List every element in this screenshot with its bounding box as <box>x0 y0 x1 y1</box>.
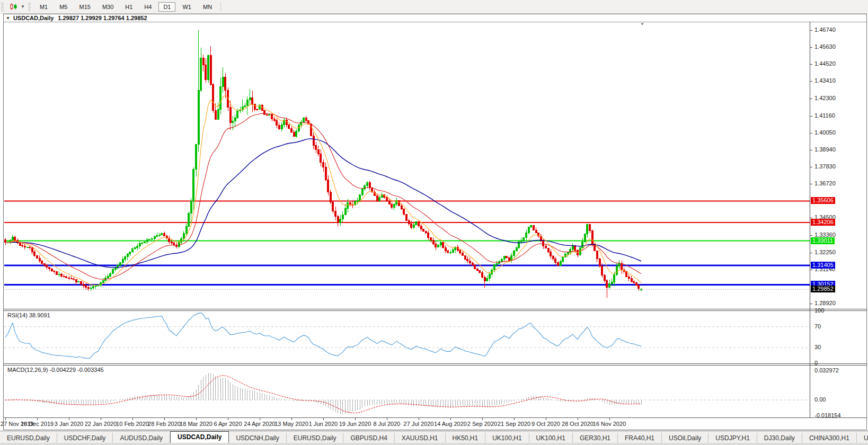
date-axis-tick <box>37 418 38 420</box>
timeframe-button-d1[interactable]: D1 <box>158 2 175 12</box>
price-axis-tick <box>810 270 812 270</box>
date-axis-tick <box>101 418 101 420</box>
chart-tab-ger30-h1[interactable]: GER30,H1 <box>573 433 618 443</box>
timeframe-button-m15[interactable]: M15 <box>74 2 95 12</box>
rsi-label: RSI(14) 38.9091 <box>7 312 50 318</box>
toolbar-grip-2[interactable] <box>28 3 31 11</box>
price-axis-tick <box>810 167 812 167</box>
macd-axis-label: 0.032972 <box>814 367 839 373</box>
price-axis-label: 1.41160 <box>814 112 835 119</box>
date-axis-tick <box>419 418 419 420</box>
chart-candles-icon[interactable] <box>7 1 21 12</box>
price-axis-label: 1.46740 <box>814 26 836 33</box>
chart-tab-uk100-h1[interactable]: UK100,H1 <box>529 433 573 443</box>
timeframe-toolbar: ▼ M1M5M15M30H1H4D1W1MN <box>0 0 868 14</box>
price-level-badge[interactable]: 1.31405 <box>811 262 835 269</box>
price-level-badge[interactable]: 1.34206 <box>811 219 835 226</box>
chart-tabs: EURUSD,DailyUSDCHF,DailyAUDUSD,DailyUSDC… <box>0 431 868 443</box>
rsi-axis-label: 70 <box>814 323 821 330</box>
macd-histogram <box>5 373 641 414</box>
price-axis-tick <box>810 47 812 48</box>
macd-indicator-chart[interactable] <box>4 366 810 417</box>
chart-tab-eurusd-daily[interactable]: EURUSD,Daily <box>287 433 344 443</box>
price-level-badge[interactable]: 1.35606 <box>811 197 835 204</box>
price-axis-tick <box>810 116 812 117</box>
price-level-badge[interactable]: 1.33011 <box>811 237 835 244</box>
chart-shift-marker-icon[interactable]: ▼ <box>640 22 644 26</box>
date-axis-tick <box>69 418 69 420</box>
chart-tab-usdchf-daily[interactable]: USDCHF,Daily <box>57 433 113 443</box>
current-price-badge: 1.29852 <box>811 286 835 292</box>
collapse-indicator-icon[interactable]: ▼ <box>6 16 10 21</box>
main-price-chart[interactable] <box>4 22 810 309</box>
rsi-axis-label: 100 <box>814 307 824 314</box>
price-axis-tick <box>810 304 812 304</box>
chart-tab-usoil-h1[interactable]: USOil,H1 <box>857 433 868 443</box>
price-axis-label: 1.28920 <box>814 300 836 306</box>
macd-axis-label: -0.018154 <box>814 412 841 419</box>
date-axis-tick <box>355 418 356 420</box>
date-axis-tick <box>5 418 6 420</box>
macd-panel-bottom-border <box>4 417 867 418</box>
date-axis-tick <box>578 418 578 420</box>
chart-tab-usoil-daily[interactable]: USOil,Daily <box>662 433 708 443</box>
date-axis-tick <box>387 418 387 420</box>
rsi-panel-bottom-border <box>4 363 867 364</box>
chart-tab-fra40-h1[interactable]: FRA40,H1 <box>618 433 662 443</box>
ma-fast-line <box>5 95 641 286</box>
chart-tab-bar: EURUSD,DailyUSDCHF,DailyAUDUSD,DailyUSDC… <box>0 431 868 443</box>
mt4-application: ▼ M1M5M15M30H1H4D1W1MN ▼ USDCAD,Daily 1.… <box>0 0 868 445</box>
timeframe-button-h1[interactable]: H1 <box>120 2 137 12</box>
timeframe-button-m1[interactable]: M1 <box>35 2 52 12</box>
ma-mid-line <box>5 113 641 279</box>
price-axis-tick <box>810 99 812 99</box>
chart-tab-uk100-h1[interactable]: UK100,H1 <box>485 433 529 443</box>
chart-tab-usdcad-daily[interactable]: USDCAD,Daily <box>170 431 229 443</box>
price-axis-tick <box>810 150 812 150</box>
timeframe-button-h4[interactable]: H4 <box>139 2 156 12</box>
chart-tab-xauusd-h1[interactable]: XAUUSD,H1 <box>395 433 446 443</box>
chart-tab-gbpusd-h4[interactable]: GBPUSD,H4 <box>343 433 394 443</box>
timeframe-button-m30[interactable]: M30 <box>98 2 118 12</box>
price-axis-tick <box>810 184 812 184</box>
timeframe-buttons: M1M5M15M30H1H4D1W1MN <box>34 2 218 12</box>
chart-tab-audusd-daily[interactable]: AUDUSD,Daily <box>113 433 170 443</box>
price-axis-tick <box>810 253 812 253</box>
price-axis-tick <box>810 133 812 134</box>
price-axis-label: 1.43410 <box>814 77 836 84</box>
date-axis-tick <box>546 418 546 420</box>
date-axis-tick <box>514 418 515 420</box>
rsi-line <box>5 313 641 358</box>
date-axis-tick <box>132 418 133 420</box>
date-axis-tick <box>323 418 324 420</box>
chart-symbol-title: USDCAD,Daily <box>13 15 54 21</box>
chart-type-dropdown-icon[interactable]: ▼ <box>21 4 25 9</box>
toolbar-grip[interactable] <box>1 3 4 11</box>
date-axis-tick <box>164 418 165 420</box>
chart-ohlc-values: 1.29827 1.29929 1.29764 1.29852 <box>58 15 147 21</box>
chart-tab-usdcnh-daily[interactable]: USDCNH,Daily <box>229 433 286 443</box>
price-axis-label: 1.44520 <box>814 60 836 67</box>
chart-tab-usdjpy-h1[interactable]: USDJPY,H1 <box>708 433 757 443</box>
macd-axis-label: 0.00 <box>814 396 826 403</box>
rsi-axis-label: 0 <box>814 360 818 366</box>
chart-tab-china300-h1[interactable]: CHINA300,H1 <box>802 433 857 443</box>
price-axis-label: 1.38940 <box>814 146 836 153</box>
chart-tab-hk50-h1[interactable]: HK50,H1 <box>446 433 486 443</box>
timeframe-button-mn[interactable]: MN <box>198 2 217 12</box>
price-axis-tick <box>810 64 812 65</box>
candles <box>5 30 642 298</box>
timeframe-button-m5[interactable]: M5 <box>55 2 72 12</box>
macd-signal-line <box>5 376 641 413</box>
price-axis-label: 1.37830 <box>814 163 836 170</box>
price-axis-label: 1.32250 <box>814 249 836 255</box>
price-axis-label: 1.40050 <box>814 129 836 136</box>
main-panel-bottom-border <box>4 309 867 309</box>
chart-tab-dj30-daily[interactable]: DJ30,Daily <box>757 433 802 443</box>
rsi-indicator-chart[interactable] <box>4 311 810 363</box>
date-axis-tick <box>482 418 483 420</box>
toolbar-separator <box>220 2 221 12</box>
status-strip <box>0 443 868 445</box>
timeframe-button-w1[interactable]: W1 <box>178 2 196 12</box>
chart-tab-eurusd-daily[interactable]: EURUSD,Daily <box>0 433 57 443</box>
